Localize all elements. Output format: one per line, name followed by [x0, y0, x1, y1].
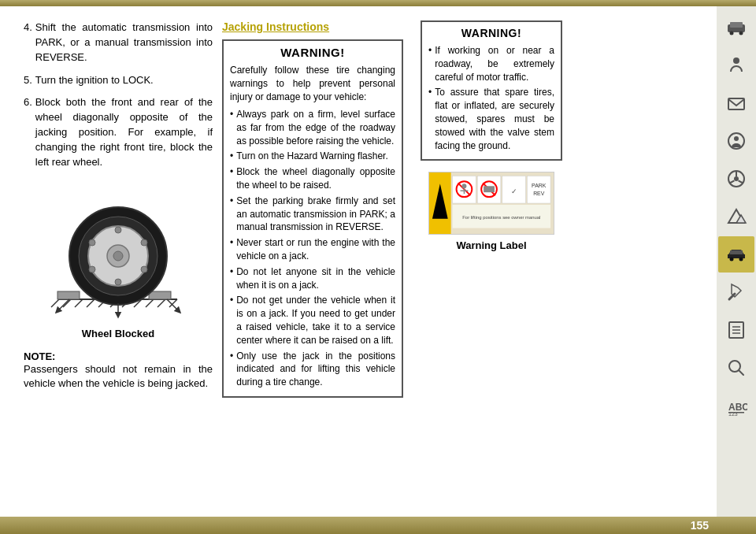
svg-line-26: [57, 299, 69, 311]
bullet-item: Do not get under the vehicle when it is …: [230, 294, 395, 347]
bullet-item: If working on or near a roadway, be extr…: [428, 44, 554, 83]
bullet-item: Block the wheel diagonally opposite the …: [230, 165, 395, 192]
sidebar-icon-person-circle[interactable]: [718, 123, 754, 159]
svg-line-60: [730, 180, 735, 183]
sidebar-icons: ABC 123: [717, 6, 756, 517]
svg-text:REV: REV: [533, 191, 545, 197]
svg-line-4: [87, 299, 94, 307]
svg-point-66: [739, 258, 743, 261]
sidebar-icon-car[interactable]: [718, 9, 754, 46]
svg-point-24: [141, 266, 147, 273]
sidebar-icon-car-active[interactable]: [718, 236, 754, 273]
svg-point-35: [461, 184, 466, 189]
svg-rect-41: [484, 187, 495, 193]
list-item-4: 4. Shift the automatic transmission into…: [24, 20, 213, 65]
warning-label-image: !: [428, 172, 554, 235]
right-warning-box: WARNING! If working on or near a roadway…: [421, 20, 562, 161]
sidebar-icon-person[interactable]: [718, 47, 754, 83]
svg-point-21: [89, 239, 95, 246]
content-panel: 4. Shift the automatic transmission into…: [0, 6, 717, 517]
svg-text:!: !: [439, 207, 442, 214]
svg-point-56: [734, 136, 739, 141]
svg-text:123: 123: [728, 411, 738, 417]
sidebar-icon-tools[interactable]: [718, 274, 754, 310]
svg-point-18: [113, 251, 123, 261]
wheel-caption: Wheel Blocked: [82, 328, 154, 339]
item-text-4: Shift the automatic transmission into PA…: [35, 20, 213, 65]
page-number: 155: [691, 519, 709, 532]
middle-column: Jacking Instructions WARNING! Carefully …: [222, 20, 403, 509]
bullet-item: Turn on the Hazard Warning flasher.: [230, 150, 395, 163]
note-text: Passengers should not remain in the vehi…: [24, 362, 213, 392]
wheel-figure: Wheel Blocked: [35, 181, 201, 339]
right-column: WARNING! If working on or near a roadway…: [413, 20, 562, 509]
svg-point-52: [739, 32, 743, 35]
svg-text:For lifting positions see owne: For lifting positions see owner manual: [462, 215, 540, 220]
svg-rect-12: [57, 291, 80, 299]
svg-point-22: [141, 239, 147, 246]
svg-point-51: [730, 32, 734, 35]
list-item-6: 6. Block both the front and rear of the …: [24, 95, 213, 169]
svg-line-61: [739, 180, 743, 183]
note-section: NOTE: Passengers should not remain in th…: [24, 350, 213, 392]
bullet-item: Always park on a firm, level surface as …: [230, 108, 395, 147]
svg-line-27: [167, 299, 179, 311]
warning-label-caption: Warning Label: [456, 239, 526, 251]
svg-line-1: [51, 299, 59, 307]
item-number-5: 5.: [24, 73, 32, 88]
svg-line-2: [63, 299, 71, 307]
svg-text:✓: ✓: [511, 188, 517, 196]
bullet-item: Only use the jack in the positions indic…: [230, 350, 395, 389]
list-item-5: 5. Turn the ignition to LOCK.: [24, 73, 213, 88]
right-bullet-list: If working on or near a roadway, be extr…: [428, 44, 554, 152]
svg-rect-54: [728, 98, 744, 109]
svg-line-3: [75, 299, 83, 307]
svg-text:PARK: PARK: [532, 184, 547, 189]
svg-line-10: [158, 299, 165, 307]
wheel-svg: [35, 181, 201, 323]
sidebar-icon-list[interactable]: [718, 312, 754, 348]
middle-warning-box: WARNING! Carefully follow these tire cha…: [222, 39, 403, 398]
sidebar-icon-abc[interactable]: ABC 123: [718, 388, 754, 424]
svg-point-20: [115, 279, 121, 285]
svg-rect-44: [527, 176, 550, 204]
bullet-item: To assure that spare tires, flat or infl…: [428, 86, 554, 152]
item-text-6: Block both the front and rear of the whe…: [35, 95, 213, 169]
warning-label-figure: !: [421, 172, 562, 251]
sidebar-icon-steering-wheel[interactable]: [718, 161, 754, 197]
item-number-6: 6.: [24, 95, 32, 169]
sidebar-icon-terrain[interactable]: [718, 198, 754, 235]
bottom-bar: 155: [0, 517, 756, 534]
right-warning-title: WARNING!: [428, 27, 554, 39]
middle-warning-body: Carefully follow these tire changing war…: [230, 64, 395, 389]
sidebar-icon-search[interactable]: [718, 350, 754, 386]
item-text-5: Turn the ignition to LOCK.: [35, 73, 154, 88]
svg-point-53: [733, 57, 739, 64]
bullet-item: Do not let anyone sit in the vehicle whe…: [230, 265, 395, 292]
note-label: NOTE:: [24, 350, 213, 362]
warning-bullet-list: Always park on a firm, level surface as …: [230, 108, 395, 389]
svg-line-74: [739, 370, 743, 375]
svg-line-9: [146, 299, 154, 307]
bullet-item: Set the parking brake firmly and set an …: [230, 195, 395, 234]
bullet-item: Never start or run the engine with the v…: [230, 236, 395, 263]
top-bar: [0, 0, 756, 6]
svg-point-58: [734, 176, 739, 181]
left-column: 4. Shift the automatic transmission into…: [24, 20, 213, 509]
svg-point-19: [115, 227, 121, 233]
jacking-section-title: Jacking Instructions: [222, 20, 403, 33]
svg-marker-63: [736, 215, 746, 223]
svg-rect-50: [730, 22, 743, 28]
warning-intro: Carefully follow these tire changing war…: [230, 64, 395, 104]
svg-rect-13: [149, 291, 171, 299]
svg-rect-67: [730, 250, 743, 254]
item-number-4: 4.: [24, 20, 32, 65]
svg-point-65: [730, 258, 734, 261]
svg-point-23: [89, 266, 95, 273]
sidebar-icon-mail[interactable]: [718, 85, 754, 121]
middle-warning-title: WARNING!: [230, 46, 395, 59]
